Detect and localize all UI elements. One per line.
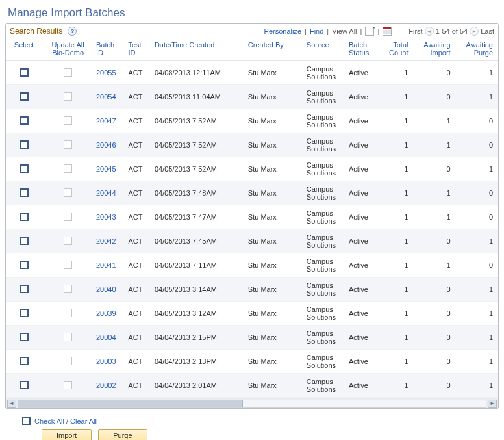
update-checkbox[interactable] <box>64 164 72 173</box>
col-source[interactable]: Source <box>304 38 346 61</box>
row-range: 1-54 of 54 <box>436 27 468 35</box>
cell-datetime: 04/04/2013 2:01AM <box>152 374 246 398</box>
cell-source: Campus Solutions <box>304 326 346 350</box>
update-checkbox[interactable] <box>64 188 72 197</box>
select-checkbox[interactable] <box>20 68 29 77</box>
purge-button[interactable]: Purge <box>98 429 147 440</box>
update-checkbox[interactable] <box>64 237 72 245</box>
select-checkbox[interactable] <box>20 164 29 173</box>
col-datetime[interactable]: Date/Time Created <box>152 38 246 61</box>
import-button[interactable]: Import <box>42 429 92 440</box>
col-batch-status[interactable]: Batch Status <box>346 38 381 61</box>
scroll-track[interactable] <box>18 400 486 408</box>
table-row: 20046ACT04/05/2013 7:52AMStu MarxCampus … <box>6 133 498 157</box>
col-awaiting-purge[interactable]: Awaiting Purge <box>456 38 498 61</box>
update-checkbox[interactable] <box>64 381 72 389</box>
cell-test-id: ACT <box>125 61 151 85</box>
select-checkbox[interactable] <box>20 261 29 269</box>
cell-created-by: Stu Marx <box>246 278 304 302</box>
select-checkbox[interactable] <box>20 285 29 293</box>
batch-id-link[interactable]: 20041 <box>96 261 116 269</box>
separator: | <box>377 27 379 35</box>
batch-id-link[interactable]: 20055 <box>96 69 116 77</box>
update-checkbox[interactable] <box>64 357 72 365</box>
horizontal-scrollbar[interactable]: ◄ ► <box>6 398 498 408</box>
cell-awaiting-purge: 1 <box>456 157 498 181</box>
batch-id-link[interactable]: 20039 <box>96 309 116 317</box>
help-icon[interactable]: ? <box>68 27 77 36</box>
select-checkbox[interactable] <box>20 357 29 365</box>
chevron-right-icon[interactable]: ► <box>470 27 479 36</box>
select-checkbox[interactable] <box>20 381 29 389</box>
batch-id-link[interactable]: 20044 <box>96 189 116 197</box>
select-checkbox[interactable] <box>20 213 29 221</box>
cell-created-by: Stu Marx <box>246 133 304 157</box>
scroll-thumb[interactable] <box>18 400 243 407</box>
col-batch-id[interactable]: Batch ID <box>94 38 125 61</box>
col-total-count[interactable]: Total Count <box>381 38 413 61</box>
batch-id-link[interactable]: 20054 <box>96 93 116 101</box>
nav-last[interactable]: Last <box>481 27 494 35</box>
cell-awaiting-purge: 0 <box>456 253 498 278</box>
col-awaiting-import[interactable]: Awaiting Import <box>413 38 455 61</box>
cell-source: Campus Solutions <box>304 278 346 302</box>
cell-awaiting-import: 1 <box>413 181 455 205</box>
batch-id-link[interactable]: 20045 <box>96 165 116 173</box>
scroll-right-icon[interactable]: ► <box>488 400 497 408</box>
cell-test-id: ACT <box>125 205 151 229</box>
cell-awaiting-purge: 1 <box>456 229 498 253</box>
nav-first[interactable]: First <box>409 27 422 35</box>
cell-created-by: Stu Marx <box>246 109 304 133</box>
cell-created-by: Stu Marx <box>246 350 304 374</box>
update-checkbox[interactable] <box>64 140 72 149</box>
cell-total-count: 1 <box>381 181 413 205</box>
update-checkbox[interactable] <box>64 68 72 77</box>
cell-source: Campus Solutions <box>304 229 346 253</box>
cell-source: Campus Solutions <box>304 133 346 157</box>
batch-id-link[interactable]: 20002 <box>96 382 116 389</box>
scroll-left-icon[interactable]: ◄ <box>7 400 16 408</box>
select-checkbox[interactable] <box>20 92 29 101</box>
view-all-link[interactable]: View All <box>332 27 357 35</box>
col-created-by[interactable]: Created By <box>246 38 304 61</box>
chevron-left-icon[interactable]: ◄ <box>425 27 434 36</box>
col-update-all[interactable]: Update All Bio-Demo <box>42 38 94 61</box>
cell-awaiting-import: 1 <box>413 133 455 157</box>
personalize-link[interactable]: Personalize <box>264 27 301 35</box>
cell-source: Campus Solutions <box>304 302 346 326</box>
cell-test-id: ACT <box>125 253 151 278</box>
select-checkbox[interactable] <box>20 333 29 341</box>
batch-id-link[interactable]: 20047 <box>96 117 116 125</box>
search-results-label: Search Results <box>10 27 62 36</box>
zoom-icon[interactable] <box>365 27 374 36</box>
batch-id-link[interactable]: 20003 <box>96 357 116 365</box>
select-checkbox[interactable] <box>20 188 29 197</box>
col-test-id[interactable]: Test ID <box>125 38 151 61</box>
col-select[interactable]: Select <box>6 38 42 61</box>
select-checkbox[interactable] <box>20 309 29 317</box>
cell-datetime: 04/05/2013 7:52AM <box>152 109 246 133</box>
cell-source: Campus Solutions <box>304 109 346 133</box>
select-checkbox[interactable] <box>20 116 29 125</box>
update-checkbox[interactable] <box>64 309 72 317</box>
download-icon[interactable] <box>383 27 392 36</box>
update-checkbox[interactable] <box>64 261 72 269</box>
check-all-link[interactable]: Check All / Clear All <box>22 417 495 425</box>
cell-status: Active <box>346 302 381 326</box>
batch-id-link[interactable]: 20043 <box>96 213 116 221</box>
results-grid: Search Results ? Personalize | Find | Vi… <box>5 23 499 409</box>
batch-id-link[interactable]: 20046 <box>96 141 116 149</box>
update-checkbox[interactable] <box>64 333 72 341</box>
batch-id-link[interactable]: 20042 <box>96 237 116 245</box>
select-checkbox[interactable] <box>20 237 29 245</box>
update-checkbox[interactable] <box>64 213 72 221</box>
select-checkbox[interactable] <box>20 140 29 149</box>
batch-id-link[interactable]: 20040 <box>96 285 116 293</box>
find-link[interactable]: Find <box>310 27 323 35</box>
update-checkbox[interactable] <box>64 116 72 125</box>
update-checkbox[interactable] <box>64 92 72 101</box>
batch-id-link[interactable]: 20004 <box>96 333 116 341</box>
update-checkbox[interactable] <box>64 285 72 293</box>
grid-footer: Check All / Clear All Import Purge <box>5 414 499 440</box>
cell-source: Campus Solutions <box>304 85 346 109</box>
